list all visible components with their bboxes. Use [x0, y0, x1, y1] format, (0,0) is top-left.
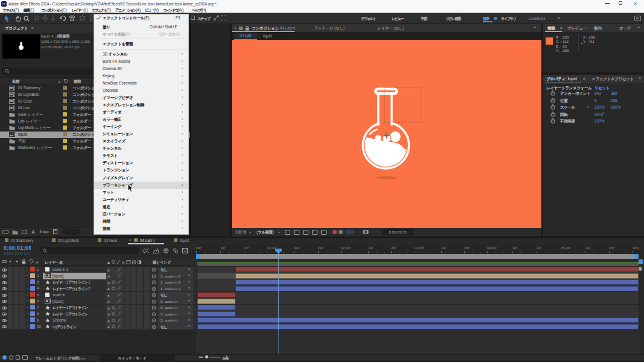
svg-text:fx: fx [122, 261, 126, 264]
